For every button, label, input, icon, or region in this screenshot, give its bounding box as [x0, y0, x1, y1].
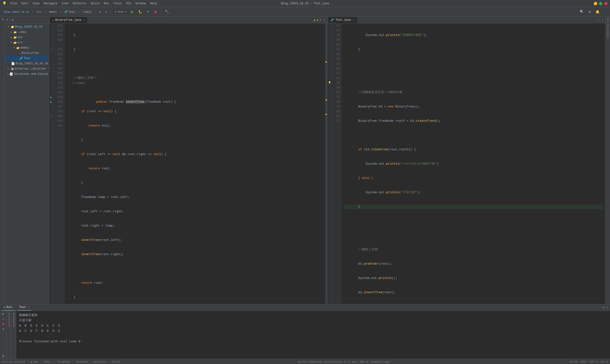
- run-play-btn[interactable]: ▶: [2, 312, 4, 316]
- notifications-label[interactable]: Notifications: [606, 18, 609, 38]
- bottom-settings-btn[interactable]: ⚙: [603, 306, 605, 309]
- run-btn[interactable]: ▶: [129, 9, 135, 15]
- file-tree: ▼ 📁 Blog_J2023_10_10 ▶ 📂 .idea ▶ 📂 out ▼…: [5, 23, 49, 304]
- menu-run[interactable]: Run: [102, 1, 111, 6]
- test-tree-label: Test: [24, 57, 30, 60]
- search-everywhere-btn[interactable]: 🔍: [578, 9, 586, 15]
- ln-130: 130: [55, 71, 63, 76]
- build-status-msg: Build completed successfully in 1 sec, 4…: [298, 360, 391, 363]
- test-run-close[interactable]: ✕: [28, 306, 29, 309]
- forward-btn[interactable]: ▶: [104, 9, 109, 14]
- binarytree-tab-close[interactable]: ✕: [83, 19, 85, 21]
- menu-file[interactable]: File: [8, 1, 19, 6]
- run-arrow-136[interactable]: ▶: [50, 100, 52, 104]
- maximize-button[interactable]: □: [599, 2, 602, 5]
- menu-vcs[interactable]: VCS: [124, 1, 133, 6]
- ln-133: 133: [55, 85, 63, 90]
- build-btn-status[interactable]: Build: [112, 360, 120, 363]
- panel-icon-2[interactable]: ↕: [9, 19, 11, 21]
- menu-edit[interactable]: Edit: [20, 1, 30, 6]
- panel-icon-1[interactable]: ≡: [7, 19, 8, 21]
- project-name[interactable]: Blog_J2023_10_10: [2, 10, 31, 14]
- tree-project[interactable]: ▼ 📁 Blog_J2023_10_10: [5, 24, 49, 29]
- todo-btn[interactable]: TODO: [44, 360, 50, 363]
- tree-src[interactable]: ▼ 📂 src: [5, 40, 49, 45]
- menu-help[interactable]: Help: [148, 1, 159, 6]
- terminal-btn[interactable]: Terminal: [76, 360, 88, 363]
- tab-binarytree[interactable]: ☕ BinaryTree.java ✕: [50, 17, 87, 23]
- stop-run-btn[interactable]: ⏹: [2, 322, 5, 326]
- code-r-30: [343, 219, 603, 223]
- tree-demo1[interactable]: ▼ 📂 demo1: [5, 45, 49, 51]
- clear-btn[interactable]: 🗑: [2, 354, 5, 358]
- warning-dropdown[interactable]: ▼: [320, 19, 321, 21]
- editor-options-btn[interactable]: ⋮: [323, 18, 326, 22]
- cursor-position[interactable]: 29:10: [570, 360, 578, 363]
- tree-ext-libs[interactable]: ▶ 📚 External Libraries: [5, 66, 49, 71]
- notifications-btn[interactable]: 🔔: [594, 9, 601, 15]
- build-btn[interactable]: 🔨: [163, 9, 171, 15]
- tab-test[interactable]: 🧪 Test.java ✕: [328, 17, 357, 23]
- run-tab[interactable]: ▶ Run:: [2, 304, 15, 311]
- problems-btn[interactable]: ⚠ Problems: [55, 360, 70, 363]
- binarytree-tab-label: BinaryTree.java: [55, 18, 81, 22]
- main-btn[interactable]: ⊙ main: [80, 9, 93, 14]
- code-right[interactable]: System.out.println("两棵树不相等"); } //判断树是否为…: [341, 23, 605, 304]
- tree-out[interactable]: ▶ 📂 out: [5, 35, 49, 40]
- coverage-btn[interactable]: ☂: [145, 9, 151, 15]
- gutter-126: [49, 52, 53, 57]
- services-btn[interactable]: Services: [94, 360, 106, 363]
- code-line-138: return root;: [66, 281, 323, 286]
- run-status-btn[interactable]: ▶ Run: [31, 360, 38, 363]
- menu-refactor[interactable]: Refactor: [71, 1, 89, 6]
- test-tab-close[interactable]: ✕: [353, 19, 355, 21]
- code-r-34: System.out.println();: [343, 276, 603, 281]
- demo1-breadcrumb[interactable]: demo1: [47, 10, 59, 14]
- panel-icon-4[interactable]: ⋮: [44, 18, 47, 21]
- problems-label: Problems: [58, 360, 70, 363]
- tree-scratches[interactable]: ▶ 📝 Scratches and Consoles: [5, 71, 49, 77]
- test-run-tab[interactable]: Test ✕: [17, 304, 31, 311]
- back-btn[interactable]: ◀: [97, 9, 103, 14]
- panel-icon-3[interactable]: ⚙: [12, 18, 13, 21]
- line-ending[interactable]: CRLF: [581, 360, 587, 363]
- output-line-3: A B D E H C F G: [19, 323, 607, 328]
- editor-options-right-btn[interactable]: ⋮: [601, 18, 604, 22]
- tree-arrow-out: ▶: [11, 36, 13, 39]
- file-tree-panel: ≡ ↕ ⚙ ⋮ ▼ 📁 Blog_J2023_10_10 ▶ 📂 .idea ▶…: [5, 17, 49, 304]
- menu-view[interactable]: View: [31, 1, 41, 6]
- menu-code[interactable]: Code: [60, 1, 71, 6]
- warning-icon-29: 💡: [328, 80, 331, 85]
- src-breadcrumb[interactable]: src: [35, 10, 43, 14]
- run-arrow-135[interactable]: ▶: [50, 95, 52, 99]
- test-tab-btn[interactable]: 🧪 Test: [63, 9, 77, 14]
- version-control-btn[interactable]: Version Control: [2, 360, 26, 363]
- run-config-btn[interactable]: ▶ Test ▼: [113, 10, 128, 14]
- rerun-btn[interactable]: ↺: [2, 317, 4, 321]
- code-left[interactable]: } } /*翻转二叉树*/ 3 usages public TreeNode i…: [64, 23, 325, 304]
- tree-idea[interactable]: ▶ 📂 .idea: [5, 29, 49, 35]
- menu-build[interactable]: Build: [89, 1, 101, 6]
- tree-iml[interactable]: 📄 Blog_J2023_10_10.iml: [5, 61, 49, 66]
- debug-btn[interactable]: 🐛: [136, 9, 144, 15]
- minimize-button[interactable]: ─: [594, 2, 597, 5]
- stop-btn[interactable]: ⏹: [152, 9, 159, 15]
- menu-tools[interactable]: Tools: [111, 1, 124, 6]
- encoding[interactable]: UTF-8: [589, 360, 597, 363]
- settings-btn[interactable]: ⚙: [587, 9, 592, 15]
- bottom-close-btn[interactable]: ✕: [606, 306, 608, 309]
- close-button[interactable]: ✕: [604, 2, 608, 5]
- ln-129: 129: [55, 66, 63, 71]
- menu-navigate[interactable]: Navigate: [42, 1, 59, 6]
- gutter-124: [49, 38, 53, 47]
- gutter-139: ●: [49, 114, 53, 119]
- update-btn[interactable]: ↑: [602, 9, 608, 15]
- tree-binarytree[interactable]: ☕ BinaryTree: [5, 51, 49, 56]
- suspend-btn[interactable]: ⏸: [2, 327, 5, 331]
- gutter-r-21: [327, 42, 332, 47]
- right-gutter: 💡: [327, 23, 332, 304]
- gutter-r-32: [327, 95, 332, 100]
- menu-window[interactable]: Window: [134, 1, 148, 6]
- tree-test[interactable]: 🧪 Test: [5, 56, 49, 61]
- warning-indicator[interactable]: ▲: [314, 19, 315, 22]
